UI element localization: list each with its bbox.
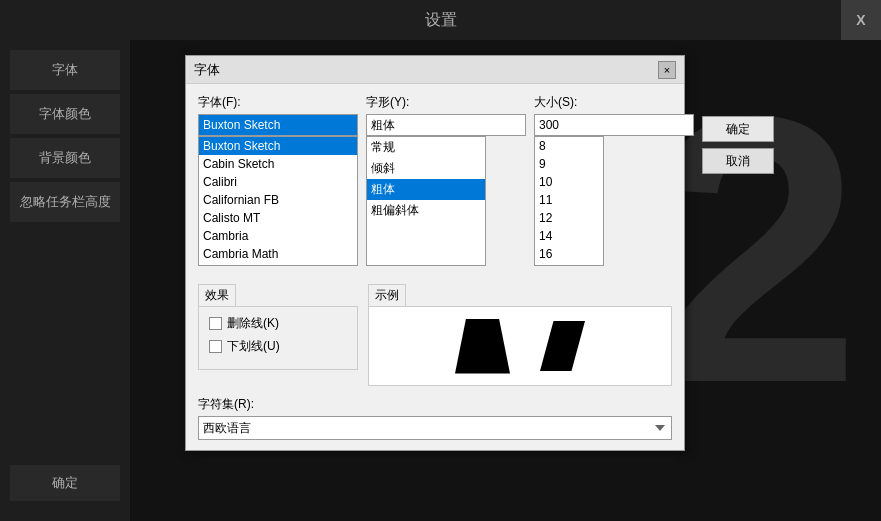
font-style-list[interactable]: 常规 倾斜 粗体 粗偏斜体: [366, 136, 486, 266]
preview-label: 示例: [368, 284, 406, 306]
dialog-title: 字体: [194, 61, 220, 79]
effects-section: 效果 删除线(K) 下划线(U): [198, 284, 358, 386]
font-name-item-californian-fb[interactable]: Californian FB: [199, 191, 357, 209]
font-size-list[interactable]: 8 9 10 11 12 14 16: [534, 136, 604, 266]
underline-row: 下划线(U): [209, 338, 347, 355]
charset-section: 字符集(R): 西欧语言 Unicode GB2312 Big5: [198, 396, 672, 440]
font-size-item-11[interactable]: 11: [535, 191, 603, 209]
font-name-item-buxton-sketch[interactable]: Buxton Sketch: [199, 137, 357, 155]
font-name-item-cambria-math[interactable]: Cambria Math: [199, 245, 357, 263]
font-name-item-calibri[interactable]: Calibri: [199, 173, 357, 191]
confirm-button[interactable]: 确定: [702, 116, 774, 142]
font-size-input[interactable]: [534, 114, 694, 136]
font-name-item-cambria[interactable]: Cambria: [199, 227, 357, 245]
font-columns: 字体(F): Buxton Sketch Cabin Sketch Calibr…: [198, 94, 694, 266]
charset-label: 字符集(R):: [198, 396, 672, 413]
dialog-titlebar: 字体 ×: [186, 56, 684, 84]
font-name-item-calisto-mt[interactable]: Calisto MT: [199, 209, 357, 227]
font-name-column: 字体(F): Buxton Sketch Cabin Sketch Calibr…: [198, 94, 358, 266]
dialog-body: 字体(F): Buxton Sketch Cabin Sketch Calibr…: [186, 84, 684, 450]
font-columns-wrapper: 字体(F): Buxton Sketch Cabin Sketch Calibr…: [198, 94, 672, 276]
font-style-item-bold-italic[interactable]: 粗偏斜体: [367, 200, 485, 221]
font-size-item-16[interactable]: 16: [535, 245, 603, 263]
strikethrough-row: 删除线(K): [209, 315, 347, 332]
font-name-list[interactable]: Buxton Sketch Cabin Sketch Calibri Calif…: [198, 136, 358, 266]
font-style-label: 字形(Y):: [366, 94, 526, 111]
font-size-column: 大小(S): 8 9 10 11 12 14 16: [534, 94, 694, 266]
font-name-input[interactable]: [198, 114, 358, 136]
dialog-close-button[interactable]: ×: [658, 61, 676, 79]
effects-box: 删除线(K) 下划线(U): [198, 306, 358, 370]
effects-label: 效果: [198, 284, 236, 306]
font-size-item-9[interactable]: 9: [535, 155, 603, 173]
dialog-lower-section: 效果 删除线(K) 下划线(U) 示例: [198, 284, 672, 386]
font-style-input[interactable]: [366, 114, 526, 136]
underline-label: 下划线(U): [227, 338, 280, 355]
font-style-item-italic[interactable]: 倾斜: [367, 158, 485, 179]
font-style-item-bold[interactable]: 粗体: [367, 179, 485, 200]
font-size-item-10[interactable]: 10: [535, 173, 603, 191]
font-dialog: 字体 × 字体(F): Buxton Sketch Cabin Sketch C…: [185, 55, 685, 451]
preview-section: 示例: [368, 284, 672, 386]
font-size-label: 大小(S):: [534, 94, 694, 111]
font-name-item-cabin-sketch[interactable]: Cabin Sketch: [199, 155, 357, 173]
underline-checkbox[interactable]: [209, 340, 222, 353]
dialog-overlay: 字体 × 字体(F): Buxton Sketch Cabin Sketch C…: [0, 0, 881, 521]
dialog-action-buttons: 确定 取消: [702, 94, 774, 174]
preview-shape-2: [540, 321, 585, 371]
font-style-item-regular[interactable]: 常规: [367, 137, 485, 158]
font-size-item-12[interactable]: 12: [535, 209, 603, 227]
charset-select[interactable]: 西欧语言 Unicode GB2312 Big5: [198, 416, 672, 440]
font-size-item-14[interactable]: 14: [535, 227, 603, 245]
strikethrough-checkbox[interactable]: [209, 317, 222, 330]
preview-shape-1: [455, 319, 510, 374]
strikethrough-label: 删除线(K): [227, 315, 279, 332]
cancel-button[interactable]: 取消: [702, 148, 774, 174]
font-size-item-8[interactable]: 8: [535, 137, 603, 155]
preview-content: [455, 319, 585, 374]
font-name-label: 字体(F):: [198, 94, 358, 111]
font-style-column: 字形(Y): 常规 倾斜 粗体 粗偏斜体: [366, 94, 526, 266]
preview-box: [368, 306, 672, 386]
